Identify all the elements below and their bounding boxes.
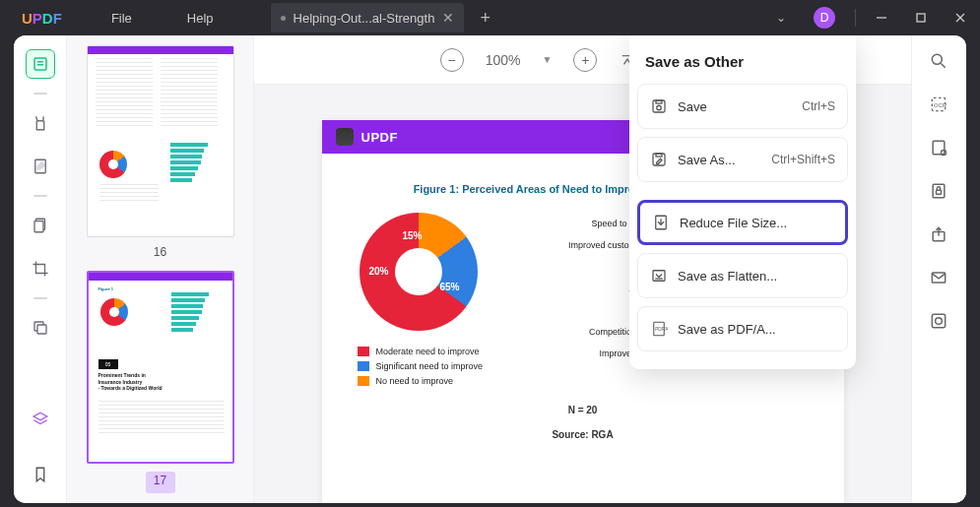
- dropdown-title: Save as Other: [637, 51, 848, 84]
- svg-point-24: [932, 54, 942, 64]
- svg-point-29: [941, 151, 946, 156]
- edit-tool[interactable]: [26, 152, 55, 181]
- chart-legend: Moderate need to improve Significant nee…: [358, 347, 497, 386]
- save-as-icon: [650, 151, 668, 168]
- zoom-in-button[interactable]: +: [573, 48, 597, 72]
- svg-rect-15: [656, 100, 662, 103]
- donut-chart: 15% 20% 65%: [359, 213, 478, 331]
- svg-point-36: [935, 318, 942, 325]
- share-icon[interactable]: [929, 224, 950, 246]
- doc-logo-text: UPDF: [361, 130, 398, 145]
- svg-point-14: [657, 105, 662, 110]
- menu-help[interactable]: Help: [160, 11, 241, 26]
- tab-close-icon[interactable]: ✕: [442, 10, 454, 26]
- thumbnail-label-17: 17: [146, 472, 175, 493]
- left-toolbar: [14, 35, 67, 503]
- svg-text:PDF/A: PDF/A: [655, 327, 668, 332]
- main-area: − 100% ▼ + UPDF Figure 1: Perceived Area…: [254, 35, 911, 503]
- svg-rect-1: [917, 14, 925, 22]
- svg-rect-17: [656, 154, 662, 157]
- app-logo: UPDF: [0, 10, 84, 27]
- email-icon[interactable]: [929, 268, 950, 289]
- thumbnail-page-17[interactable]: Figure 1 05 Prominent Trends in Insuranc…: [87, 271, 234, 464]
- svg-rect-20: [653, 271, 665, 282]
- toolbar-separator: [33, 195, 47, 197]
- right-toolbar: OCR: [911, 35, 966, 503]
- svg-rect-28: [933, 141, 945, 154]
- comment-tool[interactable]: [26, 108, 55, 138]
- window-close-button[interactable]: [941, 0, 980, 35]
- ocr-icon[interactable]: OCR: [929, 95, 950, 116]
- doc-logo-icon: [336, 128, 354, 146]
- save-icon: [650, 97, 668, 115]
- reduce-file-size-button[interactable]: Reduce File Size...: [637, 200, 848, 245]
- svg-rect-9: [34, 222, 43, 232]
- flatten-icon: [650, 267, 668, 285]
- workspace: 16 Figure 1 05 Prominent Trends in Insur…: [14, 35, 966, 503]
- save-as-button[interactable]: Save As... Ctrl+Shift+S: [637, 137, 848, 182]
- svg-rect-35: [932, 314, 945, 327]
- zoom-out-button[interactable]: −: [440, 48, 464, 72]
- toolbar-separator: [33, 93, 47, 95]
- save-as-other-dropdown: Save as Other Save Ctrl+S Save As... Ctr…: [629, 35, 856, 369]
- window-minimize-button[interactable]: [862, 0, 901, 35]
- thumbnail-panel: 16 Figure 1 05 Prominent Trends in Insur…: [67, 35, 254, 503]
- save-as-pdfa-button[interactable]: PDF/A Save as PDF/A...: [637, 306, 848, 351]
- new-tab-button[interactable]: +: [480, 8, 490, 29]
- zoom-value: 100%: [486, 52, 521, 68]
- reader-tool[interactable]: [26, 49, 55, 79]
- svg-text:OCR: OCR: [934, 102, 947, 108]
- protect-icon[interactable]: [929, 181, 950, 203]
- chart-source: Source: RGA: [350, 429, 817, 440]
- crop-tool[interactable]: [26, 254, 55, 284]
- user-avatar[interactable]: D: [814, 7, 835, 29]
- layers-tool[interactable]: [26, 405, 55, 434]
- window-maximize-button[interactable]: [901, 0, 941, 35]
- save-as-flatten-button[interactable]: Save as Flatten...: [637, 253, 848, 298]
- tab-indicator-icon: [281, 16, 286, 21]
- bookmark-tool[interactable]: [26, 460, 55, 489]
- batch-tool[interactable]: [26, 313, 55, 343]
- print-icon[interactable]: [929, 311, 950, 333]
- form-icon[interactable]: [929, 138, 950, 159]
- menu-file[interactable]: File: [84, 11, 160, 26]
- tab-title: Helping-Out...al-Strength: [294, 11, 435, 26]
- search-icon[interactable]: [929, 51, 950, 73]
- reduce-size-icon: [652, 214, 670, 231]
- zoom-dropdown-icon[interactable]: ▼: [542, 54, 552, 65]
- divider: [855, 9, 856, 27]
- svg-rect-31: [936, 190, 941, 194]
- thumbnail-label-16: 16: [85, 243, 235, 265]
- tab-overflow-chevron-icon[interactable]: ⌄: [762, 11, 800, 25]
- document-tab[interactable]: Helping-Out...al-Strength ✕: [271, 3, 465, 32]
- pdfa-icon: PDF/A: [650, 320, 668, 338]
- sample-size: N = 20: [350, 405, 817, 415]
- svg-rect-11: [37, 325, 46, 334]
- titlebar: UPDF File Help Helping-Out...al-Strength…: [0, 0, 980, 35]
- thumbnail-page-16[interactable]: [87, 45, 234, 237]
- save-button[interactable]: Save Ctrl+S: [637, 84, 848, 129]
- toolbar-separator: [33, 297, 47, 299]
- svg-line-25: [941, 64, 945, 68]
- page-tool[interactable]: [26, 211, 55, 240]
